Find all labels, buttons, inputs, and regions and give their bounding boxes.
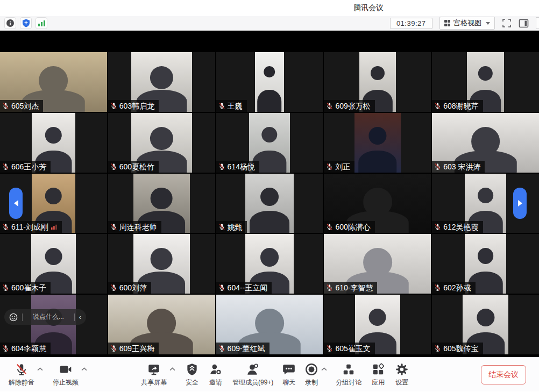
toolbar-item-label: 应用: [372, 378, 385, 387]
participant-name-tag: 614杨悦: [216, 161, 259, 173]
toolbar-right-group: 01:39:27 宫格视图: [390, 17, 535, 30]
collapse-chat-icon[interactable]: ‹: [79, 313, 81, 320]
shield-protect-button[interactable]: [20, 17, 32, 29]
next-page-button[interactable]: [513, 188, 527, 219]
fullscreen-button[interactable]: [502, 18, 512, 28]
share-screen-icon: [147, 362, 161, 377]
mic-muted-icon: [326, 284, 333, 291]
video-tile[interactable]: 614杨悦: [216, 113, 323, 173]
video-tile[interactable]: 600陈潜心: [324, 174, 431, 233]
expand-caret[interactable]: [37, 367, 43, 371]
video-tile[interactable]: 603 宋洪涛: [432, 113, 539, 173]
unmute-button[interactable]: 解除静音: [9, 362, 34, 387]
participant-name-tag: 606王小芳: [0, 161, 51, 173]
layout-panel-icon: [519, 19, 529, 28]
participant-name-tag: 610-李智慧: [324, 282, 377, 294]
layout-panel-button[interactable]: [519, 19, 529, 28]
expand-caret[interactable]: [169, 367, 175, 371]
participant-name: 602孙彧: [443, 283, 471, 292]
prev-page-arrow: [14, 200, 18, 206]
network-quality-button[interactable]: [36, 17, 47, 29]
video-tile[interactable]: 姚甄: [216, 174, 323, 233]
video-tile[interactable]: 600崔木子: [0, 234, 107, 294]
meeting-info-icon: [6, 19, 15, 27]
view-mode-button[interactable]: 宫格视图: [439, 17, 495, 30]
participant-name: 604李颖慧: [11, 344, 46, 353]
share-screen-button[interactable]: 共享屏幕: [141, 362, 167, 387]
video-tile[interactable]: 609王兴梅: [108, 295, 215, 354]
view-mode-label: 宫格视图: [453, 18, 481, 28]
video-tile[interactable]: 周连科老师: [108, 174, 215, 233]
person-silhouette: [359, 125, 396, 173]
participant-name-tag: 604李颖慧: [0, 343, 51, 354]
toolbar-item-label: 解除静音: [9, 378, 34, 387]
meeting-timer: 01:39:27: [390, 18, 432, 29]
stop-video-button[interactable]: 停止视频: [53, 362, 79, 387]
poor-network-icon: [51, 224, 58, 230]
participant-name: 609张万松: [335, 102, 370, 110]
toolbar-item-label: 设置: [395, 378, 408, 387]
mic-muted-icon: [2, 345, 9, 352]
video-tile[interactable]: 608谢晓芹: [432, 52, 539, 112]
video-tile[interactable]: 刘正: [324, 113, 431, 173]
video-tile[interactable]: 606王小芳: [0, 113, 107, 173]
participant-name: 姚甄: [228, 223, 243, 231]
video-tile[interactable]: 602孙彧: [432, 234, 539, 294]
participant-name-tag: 602孙彧: [432, 282, 475, 294]
record-button[interactable]: 录制: [304, 362, 318, 387]
meeting-info-button[interactable]: [4, 17, 16, 29]
security-button[interactable]: 安全: [185, 362, 199, 387]
video-tile[interactable]: 609张万松: [324, 52, 431, 112]
quick-chat-bar[interactable]: 说点什么... ‹: [4, 309, 86, 325]
participant-name-tag: 603 宋洪涛: [432, 161, 485, 173]
mic-muted-icon: [110, 223, 117, 231]
participant-name-tag: 603韩启龙: [108, 100, 159, 112]
participant-name-tag: 609张万松: [324, 100, 374, 112]
participant-name: 刘正: [335, 162, 350, 171]
quick-chat-input[interactable]: 说点什么...: [27, 312, 70, 322]
expand-caret[interactable]: [321, 367, 327, 371]
titlebar: 腾讯会议: [0, 0, 539, 16]
participant-video: [354, 113, 400, 173]
video-tile[interactable]: 603韩启龙: [108, 52, 215, 112]
invite-button[interactable]: 邀请: [209, 362, 223, 387]
manage-members-button[interactable]: 管理成员(99+): [232, 362, 273, 387]
toolbar-item-label: 录制: [305, 378, 318, 387]
video-tile[interactable]: 604--王立闻: [216, 234, 323, 294]
apps-button[interactable]: 应用: [371, 362, 385, 387]
video-tile[interactable]: 610-李智慧: [324, 234, 431, 294]
video-tile[interactable]: 王巍: [216, 52, 323, 112]
security-shield-icon: [185, 362, 199, 377]
participant-name: 603韩启龙: [119, 102, 154, 110]
toolbar-item-label: 停止视频: [53, 378, 79, 387]
smiley-icon[interactable]: [9, 313, 18, 322]
video-tile[interactable]: 605崔玉文: [324, 295, 431, 354]
expand-caret[interactable]: [81, 367, 87, 371]
mic-muted-icon: [434, 223, 441, 231]
video-tile[interactable]: 609-董红斌: [216, 295, 323, 354]
chat-button[interactable]: 聊天: [282, 362, 296, 387]
prev-page-button[interactable]: [9, 188, 23, 219]
breakout-rooms-icon: [342, 362, 356, 377]
video-tile[interactable]: 605刘杰: [0, 52, 107, 112]
breakout-button[interactable]: 分组讨论: [336, 362, 361, 387]
top-toolbar: 01:39:27 宫格视图: [0, 16, 539, 31]
toolbar-item-label: 邀请: [209, 378, 222, 387]
end-meeting-button[interactable]: 结束会议: [481, 365, 526, 384]
participant-name-tag: 王巍: [216, 100, 247, 112]
participant-name: 603 宋洪涛: [443, 162, 480, 171]
participant-name-tag: 周连科老师: [108, 221, 161, 233]
dropdown-caret-icon: [486, 22, 490, 25]
bottom-toolbar: 解除静音 停止视频 共享屏幕 安全 邀请 管理成员(99+): [0, 357, 539, 391]
video-tile[interactable]: 600夏松竹: [108, 113, 215, 173]
video-tile[interactable]: 605魏传宝: [432, 295, 539, 354]
participant-name-tag: 609王兴梅: [108, 343, 159, 354]
mic-muted-icon: [326, 163, 333, 170]
participant-name-tag: 刘正: [324, 161, 354, 173]
settings-button[interactable]: 设置: [395, 362, 409, 387]
mic-muted-icon: [2, 223, 9, 231]
mic-muted-icon: [110, 163, 117, 170]
members-icon: [246, 362, 260, 377]
video-tile[interactable]: 600刘萍: [108, 234, 215, 294]
mic-muted-icon: [218, 284, 225, 291]
